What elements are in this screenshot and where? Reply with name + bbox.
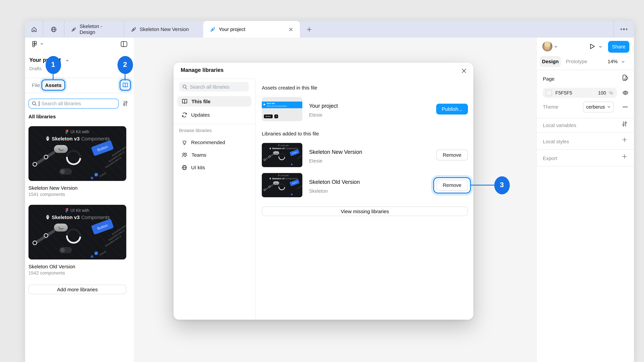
community-button[interactable] [43, 21, 64, 38]
close-tab-button[interactable] [289, 27, 293, 31]
avatar-chip-decor [54, 145, 68, 153]
library-card-skeleton-old-version[interactable]: UI Kit with Skeleton v3Components Button… [28, 205, 126, 260]
chevron-down-icon[interactable] [554, 45, 558, 48]
pen-nib-icon [71, 26, 76, 32]
chevron-down-icon[interactable] [621, 61, 625, 63]
close-icon [461, 68, 466, 73]
divider [536, 149, 634, 149]
library-thumbnail-art: UI Kit with Skeleton v3Components Button… [28, 126, 126, 181]
minus-icon[interactable] [622, 106, 628, 108]
nav-ui-kits[interactable]: UI kits [177, 162, 251, 172]
all-libraries-heading: All libraries [28, 114, 56, 119]
add-more-libraries-button[interactable]: Add more libraries [28, 285, 126, 294]
divider [174, 79, 255, 79]
tab-prototype[interactable]: Prototype [566, 58, 587, 64]
local-styles-label: Local styles [543, 139, 569, 145]
chevron-down-icon[interactable] [66, 59, 69, 62]
row-subtitle: Etesie [309, 112, 322, 117]
alert-decor: Alert title Short and clear description [262, 102, 302, 108]
radio-decor [91, 255, 93, 258]
row-subtitle: Etesie [309, 158, 322, 163]
project-thumbnail: Alert title Short and clear description … [262, 97, 302, 121]
page-opacity-value[interactable]: 100 [598, 90, 606, 95]
nav-this-file[interactable]: This file [177, 96, 251, 107]
more-menu-button[interactable] [614, 21, 634, 38]
color-swatch[interactable] [546, 90, 552, 96]
tab-skeleton-design[interactable]: Skeleton - Design [64, 21, 124, 38]
divider [536, 118, 634, 118]
main-menu-button[interactable] [31, 40, 44, 47]
button-chip-decor: Button [91, 140, 114, 156]
close-icon [289, 27, 293, 31]
percent-sign: % [609, 90, 613, 95]
tab-bar-right [614, 21, 634, 38]
page-color-field[interactable]: F5F5F5 100 % [543, 88, 617, 98]
library-search-input[interactable]: Search all libraries [28, 98, 119, 109]
libraries-button[interactable] [120, 79, 131, 91]
share-button[interactable]: Share [608, 41, 630, 53]
tab-label: Skeleton - Design [80, 23, 117, 35]
avatar[interactable] [542, 41, 552, 51]
lightbulb-icon [182, 139, 187, 145]
theme-label: Theme [543, 104, 558, 110]
tab-skeleton-new-version[interactable]: Skeleton New Version [124, 21, 203, 38]
home-icon [31, 26, 37, 32]
libraries-added-heading: Libraries added to this file [262, 131, 319, 137]
add-export-plus-icon[interactable] [622, 154, 627, 159]
avatar-chip-decor [54, 224, 68, 231]
add-style-plus-icon[interactable] [622, 137, 627, 142]
library-card-skeleton-new-version[interactable]: UI Kit with Skeleton v3Components Button… [28, 126, 126, 181]
theme-select[interactable]: cerberus [583, 102, 614, 112]
tab-design[interactable]: Design [540, 56, 561, 67]
search-placeholder: Search all libraries [42, 101, 81, 106]
tab-file[interactable]: File [32, 82, 40, 88]
chevron-down-icon[interactable] [599, 45, 602, 48]
pen-nib-icon [210, 26, 215, 32]
new-tab-button[interactable] [300, 21, 318, 38]
page-color-value[interactable]: F5F5F5 [555, 90, 572, 95]
more-dots-icon [621, 29, 622, 30]
swatch-book-icon[interactable] [622, 74, 628, 81]
file-location[interactable]: Drafts [29, 66, 42, 71]
plus-icon [306, 26, 312, 32]
globe-icon [50, 26, 56, 32]
present-play-button[interactable] [589, 43, 595, 50]
search-placeholder: Search all libraries [190, 84, 230, 89]
skull-icon [45, 136, 50, 141]
callout-1: 1 [46, 56, 61, 74]
modal-title: Manage libraries [180, 67, 224, 73]
filter-sliders-icon[interactable] [122, 100, 128, 106]
library-card-meta: 1541 components [28, 192, 65, 197]
home-button[interactable] [25, 21, 43, 38]
library-thumbnail: UI Kit with Skeleton v3Components Button… [262, 143, 302, 167]
assets-created-heading: Assets created in this file [262, 85, 317, 91]
tab-your-project[interactable]: Your project [203, 21, 300, 38]
text-caret [39, 101, 39, 106]
nav-recommended[interactable]: Recommended [177, 137, 251, 147]
toggle-sidebar-button[interactable] [120, 41, 128, 47]
view-missing-libraries-button[interactable]: View missing libraries [262, 206, 468, 216]
variables-sliders-icon[interactable] [622, 121, 627, 127]
nav-teams[interactable]: Teams [177, 150, 251, 160]
tab-assets[interactable]: Assets [42, 79, 65, 91]
zoom-level[interactable]: 14% [608, 58, 618, 64]
remove-button-skeleton-new-version[interactable]: Remove [436, 150, 468, 161]
local-variables-label: Local variables [543, 122, 576, 128]
eye-icon[interactable] [622, 90, 628, 96]
row-title: Your project [309, 103, 338, 109]
library-thumbnail-art: UI Kit with Skeleton v3Components Button… [28, 205, 126, 260]
callout-3: 3 [494, 176, 510, 194]
callout-2: 2 [117, 56, 133, 74]
tab-label: Skeleton New Version [140, 26, 189, 32]
modal-search-input[interactable]: Search all libraries [179, 82, 249, 91]
row-subtitle: Skeleton [309, 189, 328, 194]
search-icon [32, 101, 37, 106]
remove-button-skeleton-old-version[interactable]: Remove [436, 180, 468, 191]
publish-button[interactable]: Publish... [436, 104, 468, 114]
nav-updates[interactable]: Updates [177, 109, 251, 120]
button-chip-decor: Button [91, 219, 114, 235]
toggle-decor [59, 168, 72, 175]
library-card-meta: 1542 components [28, 270, 65, 275]
modal-close-button[interactable] [459, 66, 468, 75]
refresh-icon [182, 112, 187, 118]
